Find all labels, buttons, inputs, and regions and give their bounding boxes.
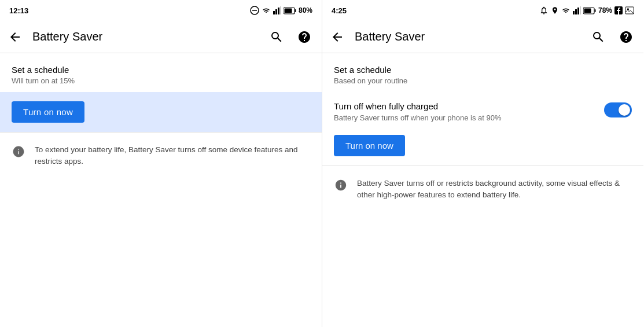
alarm-icon <box>539 6 549 15</box>
svg-rect-5 <box>280 6 281 14</box>
toolbar-2: Battery Saver <box>322 21 643 53</box>
turn-on-button-1[interactable]: Turn on now <box>12 101 84 123</box>
turn-on-row-1: Turn on now <box>0 92 322 132</box>
status-icons-2: 78% <box>539 6 634 15</box>
wifi-icon <box>262 6 271 15</box>
help-icon-2 <box>619 30 633 44</box>
schedule-subtitle-2: Based on your routine <box>334 76 632 85</box>
back-icon-1 <box>8 30 22 44</box>
info-circle-icon-1 <box>12 145 25 158</box>
panel-2: 4:25 <box>322 0 643 327</box>
svg-rect-14 <box>594 9 595 12</box>
back-button-2[interactable] <box>325 24 350 50</box>
svg-rect-4 <box>278 8 279 14</box>
svg-rect-3 <box>275 9 277 14</box>
schedule-title-1: Set a schedule <box>12 65 310 75</box>
signal-icon <box>273 6 281 14</box>
battery-icon <box>284 7 296 14</box>
turn-off-charged-row: Turn off when fully charged Battery Save… <box>322 92 643 133</box>
svg-rect-2 <box>273 11 275 14</box>
turn-off-charged-title: Turn off when fully charged <box>334 101 597 111</box>
image-icon <box>625 6 634 14</box>
content-2: Set a schedule Based on your routine Tur… <box>322 53 643 327</box>
svg-rect-8 <box>284 8 292 13</box>
toolbar-actions-1 <box>264 24 317 50</box>
svg-rect-15 <box>584 8 591 13</box>
page-title-1: Battery Saver <box>32 30 264 43</box>
info-icon-1 <box>12 145 25 159</box>
svg-rect-10 <box>575 9 577 14</box>
content-1: Set a schedule Will turn on at 15% Turn … <box>0 53 322 327</box>
page-title-2: Battery Saver <box>355 30 586 43</box>
svg-rect-17 <box>625 7 634 14</box>
info-circle-icon-2 <box>334 179 347 192</box>
schedule-section-2: Set a schedule Based on your routine <box>322 53 643 92</box>
status-bar-1: 12:13 <box>0 0 322 21</box>
time-1: 12:13 <box>9 6 28 15</box>
search-icon-2 <box>591 30 605 44</box>
info-text-1: To extend your battery life, Battery Sav… <box>35 144 310 168</box>
search-icon-1 <box>270 30 284 44</box>
turn-on-button-2[interactable]: Turn on now <box>334 135 405 156</box>
info-text-2: Battery Saver turns off or restricts bac… <box>357 178 632 201</box>
svg-rect-12 <box>580 6 581 14</box>
svg-rect-7 <box>295 9 296 12</box>
battery-icon-2 <box>583 7 596 14</box>
back-button-1[interactable] <box>2 24 28 50</box>
search-button-2[interactable] <box>586 24 611 50</box>
battery-percent-1: 80% <box>299 6 312 14</box>
turn-off-charged-toggle[interactable] <box>604 102 632 117</box>
info-icon-2 <box>334 178 348 192</box>
status-icons-1: 80% <box>250 6 312 15</box>
battery-percent-2: 78% <box>598 6 612 14</box>
help-button-1[interactable] <box>292 24 317 50</box>
search-button-1[interactable] <box>264 24 289 50</box>
svg-rect-11 <box>577 8 579 14</box>
help-icon-1 <box>297 30 311 44</box>
turn-off-charged-subtitle: Battery Saver turns off when your phone … <box>334 113 597 123</box>
wifi-icon-2 <box>561 6 571 15</box>
help-button-2[interactable] <box>613 24 639 50</box>
svg-rect-9 <box>573 11 575 14</box>
schedule-subtitle-1: Will turn on at 15% <box>12 76 310 85</box>
toolbar-1: Battery Saver <box>0 21 322 53</box>
toolbar-actions-2 <box>586 24 639 50</box>
panel-1: 12:13 <box>0 0 322 327</box>
status-bar-2: 4:25 <box>322 0 643 21</box>
signal-icon-2 <box>573 6 581 14</box>
info-row-1: To extend your battery life, Battery Sav… <box>0 133 322 179</box>
schedule-title-2: Set a schedule <box>334 65 632 75</box>
schedule-section-1: Set a schedule Will turn on at 15% <box>0 53 322 92</box>
back-icon-2 <box>330 30 344 44</box>
fb-icon <box>614 6 623 14</box>
time-2: 4:25 <box>332 6 347 15</box>
dnd-icon <box>250 6 259 15</box>
location-icon <box>551 6 559 15</box>
info-row-2: Battery Saver turns off or restricts bac… <box>322 166 643 213</box>
